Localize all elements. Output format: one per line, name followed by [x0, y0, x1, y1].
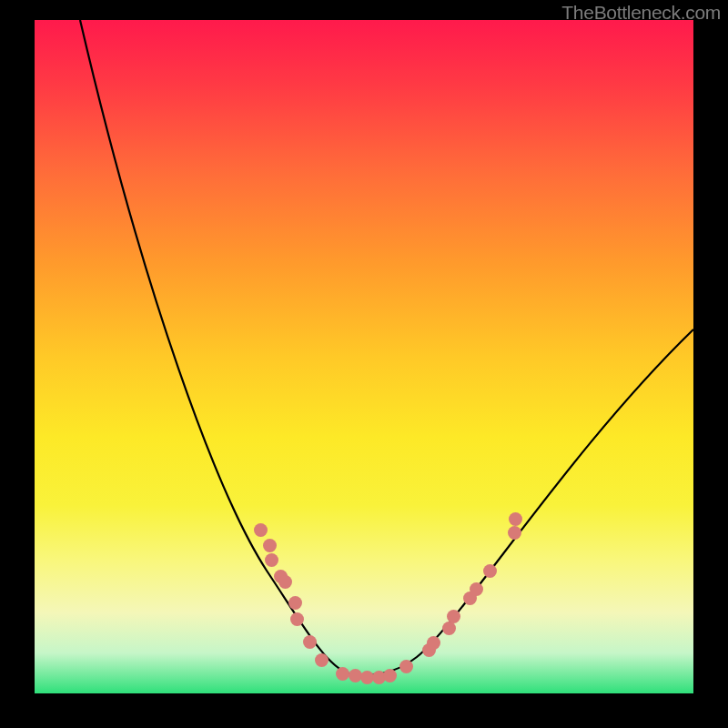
- data-point: [290, 612, 304, 626]
- data-point: [483, 564, 497, 578]
- data-point: [265, 553, 278, 567]
- data-point: [278, 575, 292, 589]
- plot-area: [35, 20, 693, 693]
- data-point: [315, 653, 329, 667]
- data-point: [427, 636, 440, 650]
- data-point: [399, 660, 413, 673]
- watermark-label: TheBottleneck.com: [561, 2, 721, 24]
- data-point: [303, 635, 317, 649]
- data-point: [336, 667, 349, 681]
- data-point: [447, 610, 460, 623]
- data-point: [288, 596, 302, 610]
- data-point: [254, 523, 268, 537]
- data-point: [383, 669, 397, 682]
- data-point: [442, 622, 456, 635]
- data-points-layer: [35, 20, 693, 693]
- data-point: [263, 539, 277, 552]
- data-point: [470, 582, 483, 596]
- data-point: [508, 526, 521, 540]
- data-point: [509, 512, 522, 526]
